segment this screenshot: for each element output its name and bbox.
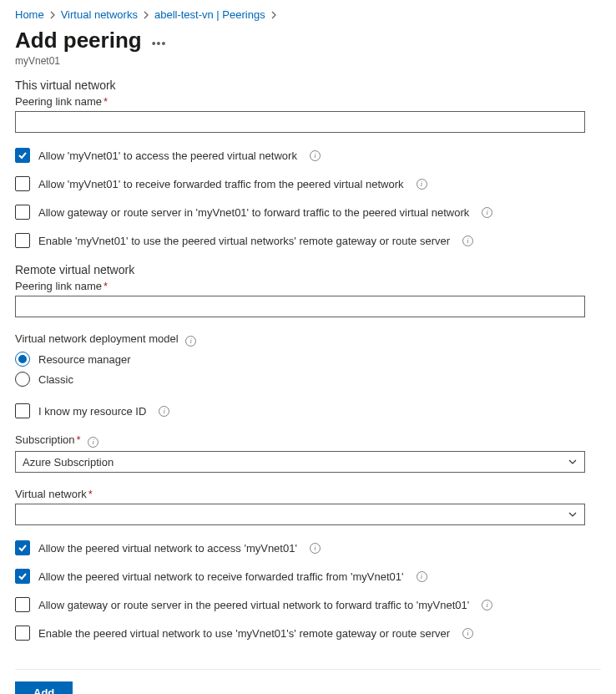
remote-peering-link-name-input[interactable]	[15, 296, 585, 317]
page-subtitle: myVnet01	[15, 55, 601, 67]
this-peering-link-name-label: Peering link name*	[15, 95, 601, 108]
required-indicator: *	[88, 488, 93, 500]
info-icon[interactable]: i	[482, 207, 492, 218]
checkbox-label: Enable the peered virtual network to use…	[38, 627, 450, 640]
info-icon[interactable]: i	[88, 437, 98, 448]
section-this-vnet: This virtual network	[15, 79, 601, 92]
info-icon[interactable]: i	[462, 628, 473, 639]
chevron-right-icon	[143, 11, 149, 19]
section-remote-vnet: Remote virtual network	[15, 263, 601, 276]
checkbox-enable-remote-gateway-this[interactable]	[15, 233, 30, 248]
info-icon[interactable]: i	[185, 336, 196, 347]
info-icon[interactable]: i	[462, 236, 473, 246]
checkbox-allow-forwarded-remote[interactable]	[15, 569, 30, 584]
required-indicator: *	[77, 433, 81, 446]
chevron-down-icon	[568, 509, 578, 519]
breadcrumb-virtual-networks[interactable]: Virtual networks	[61, 8, 138, 21]
subscription-value: Azure Subscription	[23, 456, 114, 469]
checkbox-label: Allow gateway or route server in the pee…	[38, 599, 469, 611]
breadcrumb: Home Virtual networks abell-test-vn | Pe…	[15, 8, 601, 21]
vnet-label: Virtual network*	[15, 488, 601, 500]
required-indicator: *	[104, 95, 108, 108]
info-icon[interactable]: i	[310, 543, 321, 554]
info-icon[interactable]: i	[159, 406, 169, 417]
checkbox-label: Allow gateway or route server in 'myVnet…	[38, 206, 469, 219]
subscription-select[interactable]: Azure Subscription	[15, 451, 585, 473]
checkbox-label: Allow the peered virtual network to rece…	[38, 570, 404, 583]
info-icon[interactable]: i	[310, 150, 321, 161]
page-title: Add peering	[15, 28, 142, 53]
info-icon[interactable]: i	[482, 600, 492, 610]
radio-resource-manager[interactable]	[15, 352, 30, 367]
checkbox-label: Allow 'myVnet01' to access the peered vi…	[38, 149, 297, 162]
info-icon[interactable]: i	[417, 571, 427, 582]
checkbox-label: Allow 'myVnet01' to receive forwarded tr…	[38, 178, 404, 190]
checkbox-know-resource-id[interactable]	[15, 403, 30, 418]
add-button[interactable]: Add	[15, 681, 73, 694]
checkbox-allow-forwarded-this[interactable]	[15, 176, 30, 191]
checkbox-allow-gateway-this[interactable]	[15, 205, 30, 220]
remote-peering-link-name-label: Peering link name*	[15, 280, 601, 292]
subscription-label: Subscription* i	[15, 433, 601, 448]
checkbox-allow-access-this[interactable]	[15, 148, 30, 163]
required-indicator: *	[104, 280, 108, 292]
this-peering-link-name-input[interactable]	[15, 111, 585, 133]
checkbox-enable-remote-gateway-remote[interactable]	[15, 626, 30, 641]
checkbox-allow-access-remote[interactable]	[15, 540, 30, 555]
radio-label: Resource manager	[38, 353, 131, 366]
chevron-right-icon	[270, 11, 277, 19]
vnet-select[interactable]	[15, 504, 585, 525]
checkbox-label: Allow the peered virtual network to acce…	[38, 542, 297, 555]
checkbox-label: Enable 'myVnet01' to use the peered virt…	[38, 235, 450, 247]
footer-bar: Add	[15, 669, 601, 694]
radio-label: Classic	[38, 373, 73, 386]
radio-classic[interactable]	[15, 372, 30, 387]
chevron-right-icon	[49, 11, 56, 19]
checkbox-label: I know my resource ID	[38, 405, 146, 418]
checkbox-allow-gateway-remote[interactable]	[15, 597, 30, 612]
info-icon[interactable]: i	[417, 179, 427, 190]
more-actions-icon[interactable]: •••	[152, 32, 167, 50]
breadcrumb-peerings[interactable]: abell-test-vn | Peerings	[154, 8, 265, 21]
chevron-down-icon	[568, 457, 578, 467]
breadcrumb-home[interactable]: Home	[15, 8, 44, 21]
deployment-model-label: Virtual network deployment model i	[15, 332, 601, 347]
